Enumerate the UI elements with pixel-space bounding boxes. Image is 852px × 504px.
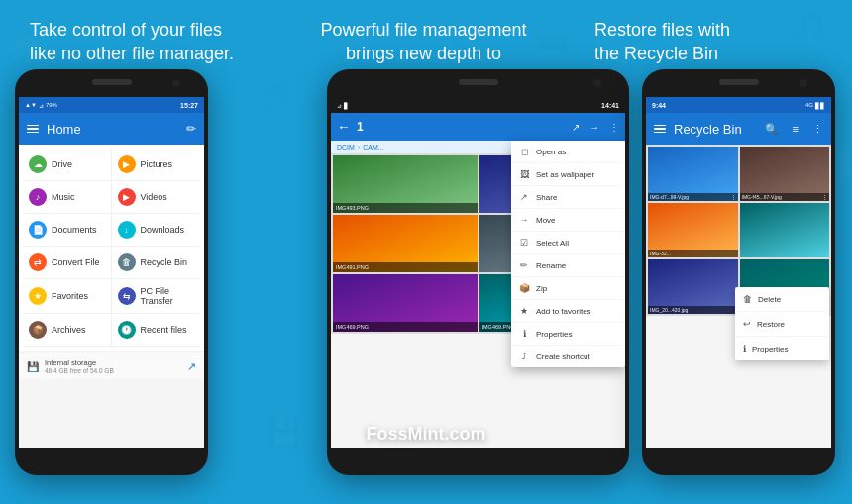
context-move-label: Move: [536, 216, 556, 225]
recycle-thumb-2[interactable]: IMG-f45...67-V.jpg⋮: [740, 147, 830, 201]
share-icon[interactable]: ↗: [187, 360, 196, 373]
context-share[interactable]: ↗ Share: [511, 186, 625, 209]
section-header-left: Take control of your files like no other…: [20, 18, 238, 66]
dropdown-properties[interactable]: ℹ Properties: [735, 337, 829, 360]
grid-item-documents[interactable]: 📄 Documents: [23, 214, 112, 247]
context-favorites-label: Add to favorites: [536, 307, 591, 316]
phone-3-lte-icon: 4G: [805, 102, 813, 108]
phone-3-screen: 9:44 4G ▊▊ Recycle Bin 🔍 ≡ ⋮ IMG-d7...99…: [646, 97, 831, 448]
phone-2-battery-icon: ▊: [344, 102, 349, 109]
grid-item-downloads[interactable]: ↓ Downloads: [112, 214, 201, 247]
shortcut-icon: ⤴: [519, 352, 529, 361]
file-name-5: IMG469.PNG: [333, 322, 478, 332]
grid-item-convert[interactable]: ⇄ Convert File: [23, 247, 112, 279]
phone-2-screen: ⊿ ▊ 14:41 ← 1 ↗ → ⋮ DCIM › CAM... IMG493…: [331, 97, 625, 448]
back-icon[interactable]: ←: [337, 119, 351, 135]
storage-detail: 48.4 GB free of 54.0 GB: [45, 367, 114, 374]
music-icon: ♪: [29, 188, 47, 206]
phone-3-status-bar: 9:44 4G ▊▊: [646, 97, 831, 113]
properties-icon: ℹ: [519, 329, 529, 339]
storage-bar: 💾 Internal storage 48.4 GB free of 54.0 …: [19, 353, 204, 379]
grid-item-music[interactable]: ♪ Music: [23, 181, 112, 214]
file-name-3: IMG491.PNG: [333, 262, 478, 272]
more-action-icon[interactable]: ⋮: [609, 122, 619, 133]
phone-2: ⊿ ▊ 14:41 ← 1 ↗ → ⋮ DCIM › CAM... IMG493…: [327, 69, 629, 475]
context-zip[interactable]: 📦 Zip: [511, 277, 625, 300]
phone-1-wifi-icon: ⊿: [39, 102, 44, 109]
context-open-as[interactable]: ◻ Open as: [511, 141, 625, 163]
phone-1-signal-icon: ▲▼: [25, 102, 37, 108]
pictures-icon: ▶: [118, 155, 136, 173]
dropdown-restore[interactable]: ↩ Restore: [735, 312, 829, 337]
downloads-label: Downloads: [141, 225, 185, 235]
grid-item-archives[interactable]: 📦 Archives: [23, 314, 112, 347]
recycle-thumb-5[interactable]: IMG_20...420.jpg: [648, 259, 738, 314]
dropdown-menu: 🗑 Delete ↩ Restore ℹ Properties: [735, 287, 829, 360]
hamburger-icon[interactable]: [27, 125, 39, 134]
grid-item-favorites[interactable]: ★ Favorites: [23, 279, 112, 314]
phone-2-time: 14:41: [601, 102, 619, 109]
more-icon[interactable]: ⋮: [812, 123, 823, 136]
search-icon[interactable]: 🔍: [765, 123, 779, 136]
recycle-thumb-1[interactable]: IMG-d7...99-V.jpg⋮: [648, 147, 738, 201]
grid-item-recycle[interactable]: 🗑 Recycle Bin: [112, 247, 201, 279]
context-select-all[interactable]: ☑ Select All: [511, 232, 625, 254]
recycle-thumb-4[interactable]: [740, 203, 830, 257]
file-thumb-3[interactable]: IMG491.PNG: [333, 215, 478, 272]
storage-device-icon: 💾: [27, 361, 39, 372]
grid-item-pictures[interactable]: ▶ Pictures: [112, 149, 201, 181]
recycle-label-3: IMG-32...: [648, 250, 738, 257]
context-share-label: Share: [536, 193, 557, 202]
phone-2-status-bar: ⊿ ▊ 14:41: [331, 97, 625, 113]
context-shortcut[interactable]: ⤴ Create shortcut: [511, 346, 625, 367]
phone-3-title: Recycle Bin: [674, 122, 757, 137]
context-properties[interactable]: ℹ Properties: [511, 323, 625, 346]
edit-icon[interactable]: ✏: [186, 122, 196, 136]
grid-item-recent[interactable]: 🕐 Recent files: [112, 314, 201, 347]
grid-item-pc[interactable]: ⇆ PC File Transfer: [112, 279, 201, 314]
context-favorites[interactable]: ★ Add to favorites: [511, 300, 625, 323]
grid-item-videos[interactable]: ▶ Videos: [112, 181, 201, 214]
share-action-icon[interactable]: ↗: [572, 122, 580, 133]
context-wallpaper[interactable]: 🖼 Set as wallpaper: [511, 163, 625, 186]
pictures-label: Pictures: [141, 159, 173, 169]
context-rename[interactable]: ✏ Rename: [511, 254, 625, 277]
videos-label: Videos: [141, 192, 167, 202]
drive-label: Drive: [52, 159, 72, 169]
file-thumb-5[interactable]: IMG469.PNG: [333, 274, 478, 332]
favorites-icon: ★: [29, 287, 47, 305]
context-rename-label: Rename: [536, 261, 566, 270]
grid-item-drive[interactable]: ☁ Drive: [23, 149, 112, 181]
open-as-icon: ◻: [519, 147, 529, 156]
restore-icon: ↩: [743, 319, 751, 329]
drive-icon: ☁: [29, 155, 47, 173]
recycle-label: Recycle Bin: [141, 257, 188, 267]
context-move[interactable]: → Move: [511, 209, 625, 232]
recycle-bg-4: [740, 203, 830, 257]
storage-label: Internal storage: [45, 358, 114, 367]
file-thumb-1[interactable]: IMG493.PNG: [333, 155, 478, 213]
favorites-label: Favorites: [52, 291, 88, 301]
phone-1-screen: ▲▼ ⊿ 79% 15:27 Home ✏ ☁ Drive ▶ Pictures: [19, 97, 204, 448]
phone-3: 9:44 4G ▊▊ Recycle Bin 🔍 ≡ ⋮ IMG-d7...99…: [642, 69, 835, 475]
move-action-icon[interactable]: →: [589, 122, 599, 133]
file-name-1: IMG493.PNG: [333, 203, 478, 213]
downloads-icon: ↓: [118, 221, 136, 239]
sort-icon[interactable]: ≡: [793, 123, 799, 135]
phone-1: ▲▼ ⊿ 79% 15:27 Home ✏ ☁ Drive ▶ Pictures: [15, 69, 208, 475]
phone-2-wifi-icon: ⊿: [337, 102, 342, 109]
phone-1-battery-icon: 79%: [46, 102, 57, 108]
pc-icon: ⇆: [118, 287, 136, 305]
phone-3-time: 9:44: [652, 102, 666, 109]
phone-1-status-bar: ▲▼ ⊿ 79% 15:27: [19, 97, 204, 113]
context-shortcut-label: Create shortcut: [536, 353, 590, 361]
recycle-thumb-3[interactable]: IMG-32...: [648, 203, 738, 257]
videos-icon: ▶: [118, 188, 136, 206]
phone-3-hamburger[interactable]: [654, 125, 666, 134]
context-properties-label: Properties: [536, 330, 572, 339]
watermark: FossMint.com: [0, 424, 852, 445]
dropdown-delete[interactable]: 🗑 Delete: [735, 287, 829, 312]
phone-3-app-bar: Recycle Bin 🔍 ≡ ⋮: [646, 113, 831, 145]
documents-label: Documents: [52, 225, 97, 235]
phone-2-file-bar: ← 1 ↗ → ⋮: [331, 113, 625, 141]
